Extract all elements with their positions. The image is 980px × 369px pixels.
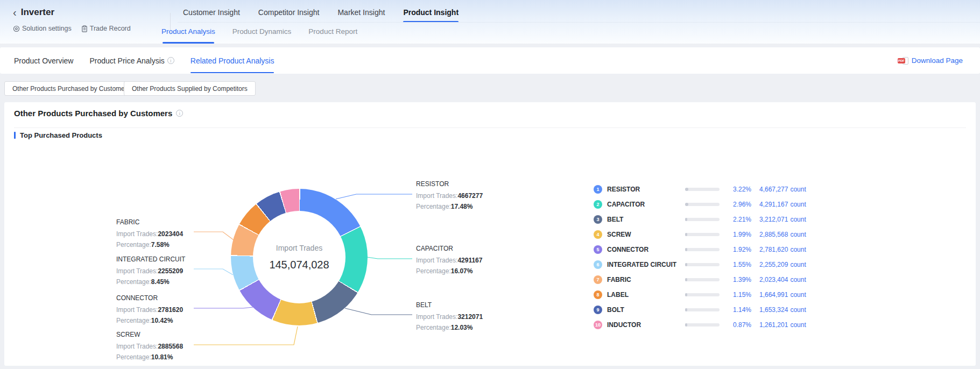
rank-badge: 10 xyxy=(594,321,602,329)
list-item: 10 INDUCTOR 0.87% 1,261,201count xyxy=(594,317,810,332)
tab-product-overview[interactable]: Product Overview xyxy=(14,47,73,74)
list-item: 8 LABEL 1.15% 1,664,991count xyxy=(594,287,810,302)
subtab-product-dynamics[interactable]: Product Dynamics xyxy=(232,25,292,44)
rank-badge: 1 xyxy=(594,185,602,194)
rank-badge: 5 xyxy=(594,245,602,254)
filter-purchased-by-customers[interactable]: Other Products Purchased by Customers xyxy=(4,81,138,96)
callout-screw: SCREW Import Trades:2885568 Percentage:1… xyxy=(116,329,183,363)
solution-settings-link[interactable]: Solution settings xyxy=(13,25,72,32)
tab-related-product-analysis[interactable]: Related Product Analysis xyxy=(191,47,274,74)
section-nav: Product Overview Product Price Analysis … xyxy=(0,47,980,74)
rank-badge: 3 xyxy=(594,215,602,224)
list-item: 4 SCREW 1.99% 2,885,568count xyxy=(594,227,810,242)
list-item: 2 CAPACITOR 2.96% 4,291,167count xyxy=(594,197,810,212)
page-root: ‹ Inverter Solution settings Trade Recor… xyxy=(0,0,980,369)
rank-badge: 8 xyxy=(594,290,602,299)
info-icon[interactable]: i xyxy=(176,110,183,117)
share-bar xyxy=(685,218,720,221)
share-bar xyxy=(685,323,720,327)
callout-resistor: RESISTOR Import Trades:4667277 Percentag… xyxy=(416,179,483,212)
rank-badge: 9 xyxy=(594,306,602,314)
list-item: 1 RESISTOR 3.22% 4,667,277count xyxy=(594,182,810,197)
ranking-list: 1 RESISTOR 3.22% 4,667,277count 2 CAPACI… xyxy=(594,182,810,332)
tab-customer-insight[interactable]: Customer Insight xyxy=(183,6,240,23)
panel-heading: Other Products Purchased by Customers i xyxy=(14,109,183,118)
callout-connector: CONNECTOR Import Trades:2781620 Percenta… xyxy=(116,293,183,326)
callout-capacitor: CAPACITOR Import Trades:4291167 Percenta… xyxy=(416,243,482,276)
callout-fabric: FABRIC Import Trades:2023404 Percentage:… xyxy=(116,217,183,250)
share-bar xyxy=(685,308,720,311)
list-item: 5 CONNECTOR 1.92% 2,781,620count xyxy=(594,242,810,257)
clipboard-icon xyxy=(81,25,88,32)
share-bar xyxy=(685,248,720,251)
tab-product-insight[interactable]: Product Insight xyxy=(403,6,459,23)
list-item: 6 INTEGRATED CIRCUIT 1.55% 2,255,209coun… xyxy=(594,257,810,272)
main-tabs: Customer Insight Competitor Insight Mark… xyxy=(183,6,459,23)
callout-belt: BELT Import Trades:3212071 Percentage:12… xyxy=(416,300,483,333)
tabs-divider xyxy=(178,22,980,23)
gear-icon xyxy=(13,25,20,32)
divider xyxy=(14,127,966,128)
share-bar xyxy=(685,263,720,266)
filter-supplied-by-competitors[interactable]: Other Products Supplied by Competitors xyxy=(124,81,256,96)
tab-market-insight[interactable]: Market Insight xyxy=(337,6,385,23)
tab-competitor-insight[interactable]: Competitor Insight xyxy=(258,6,320,23)
pdf-icon: PDF xyxy=(898,56,908,65)
download-page-button[interactable]: PDF Download Page xyxy=(898,47,963,74)
rank-badge: 7 xyxy=(594,275,602,284)
share-bar xyxy=(685,188,720,191)
title-accent-bar xyxy=(14,132,16,139)
callout-integrated-circuit: INTEGRATED CIRCUIT Import Trades:2255209… xyxy=(116,254,185,287)
share-bar xyxy=(685,293,720,296)
subtab-product-report[interactable]: Product Report xyxy=(308,25,357,44)
sub-tabs: Product Analysis Product Dynamics Produc… xyxy=(161,25,357,44)
rank-badge: 6 xyxy=(594,260,602,269)
back-icon[interactable]: ‹ xyxy=(13,8,17,17)
chart-section-title: Top Purchased Products xyxy=(14,131,102,139)
donut-hole xyxy=(253,211,346,303)
page-title: Inverter xyxy=(21,7,54,18)
share-bar xyxy=(685,233,720,236)
share-bar xyxy=(685,278,720,281)
tab-product-price-analysis[interactable]: Product Price Analysis i xyxy=(89,47,174,74)
rank-badge: 2 xyxy=(594,200,602,209)
list-item: 7 FABRIC 1.39% 2,023,404count xyxy=(594,272,810,287)
trade-record-link[interactable]: Trade Record xyxy=(81,25,131,32)
list-item: 9 BOLT 1.14% 1,653,324count xyxy=(594,302,810,317)
subtab-product-analysis[interactable]: Product Analysis xyxy=(161,25,215,44)
share-bar xyxy=(685,203,720,206)
rank-badge: 4 xyxy=(594,230,602,239)
list-item: 3 BELT 2.21% 3,212,071count xyxy=(594,212,810,227)
info-icon[interactable]: i xyxy=(167,57,174,64)
app-header: ‹ Inverter Solution settings Trade Recor… xyxy=(0,0,980,44)
